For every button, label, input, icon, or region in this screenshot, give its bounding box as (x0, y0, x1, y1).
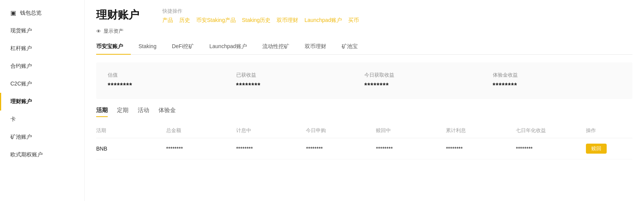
main-tabs: 币安宝账户 Staking DeFi挖矿 Launchpad账户 流动性挖矿 双… (96, 39, 632, 55)
eye-icon: 👁 (96, 28, 101, 34)
page-header: 理财账户 快捷操作 产品 历史 币安Staking产品 Staking历史 双币… (96, 8, 632, 35)
header-top: 理财账户 快捷操作 产品 历史 币安Staking产品 Staking历史 双币… (96, 8, 359, 24)
row-bnb-redeeming: ******** (376, 146, 446, 152)
stat-experience-bonus-value: ******** (493, 82, 621, 90)
quick-action-buy-coin[interactable]: 买币 (348, 17, 359, 24)
sidebar-item-leverage-account[interactable]: 杠杆账户 (0, 40, 84, 57)
quick-action-launchpad-account[interactable]: Launchpad账户 (304, 17, 342, 24)
sidebar-item-label: C2C账户 (10, 80, 32, 87)
tab-dual-currency[interactable]: 双币理财 (297, 39, 334, 55)
sidebar-item-label: 现货账户 (10, 27, 32, 34)
sidebar-item-contract-account[interactable]: 合约账户 (0, 57, 84, 75)
show-assets-label: 显示资产 (103, 28, 123, 35)
sidebar-item-label: 欧式期权账户 (10, 151, 43, 158)
stat-valuation: 估值 ******** (108, 72, 236, 90)
sidebar-item-label: 合约账户 (10, 63, 32, 70)
quick-action-binance-staking[interactable]: 币安Staking产品 (196, 17, 236, 24)
tab-binance-savings[interactable]: 币安宝账户 (96, 39, 131, 55)
sidebar-item-financial-account[interactable]: 理财账户 (0, 93, 84, 111)
quick-action-history[interactable]: 历史 (179, 17, 190, 24)
row-bnb-7day: ******** (516, 146, 586, 152)
page-title: 理财账户 (96, 8, 139, 22)
sidebar-item-label: 理财账户 (10, 98, 32, 105)
header-left: 理财账户 快捷操作 产品 历史 币安Staking产品 Staking历史 双币… (96, 8, 359, 35)
stat-valuation-value: ******** (108, 82, 236, 90)
row-bnb-today: ******** (306, 146, 376, 152)
quick-action-staking-history[interactable]: Staking历史 (242, 17, 271, 24)
stat-valuation-label: 估值 (108, 72, 236, 79)
quick-actions: 快捷操作 产品 历史 币安Staking产品 Staking历史 双币理财 La… (162, 8, 359, 24)
stats-section: 估值 ******** 已获收益 ******** 今日获取收益 *******… (96, 62, 632, 99)
quick-actions-label: 快捷操作 (162, 8, 359, 15)
sidebar-item-options-account[interactable]: 欧式期权账户 (0, 146, 84, 164)
col-header-name: 活期 (96, 127, 166, 134)
stat-today-earned: 今日获取收益 ******** (364, 72, 493, 90)
quick-action-links: 产品 历史 币安Staking产品 Staking历史 双币理财 Launchp… (162, 17, 359, 24)
col-header-today: 今日申购 (306, 127, 376, 134)
show-assets-toggle[interactable]: 👁 显示资产 (96, 28, 359, 35)
table-header: 活期 总金额 计息中 今日申购 赎回中 累计利息 七日年化收益 操作 (96, 123, 632, 138)
row-bnb-name: BNB (96, 146, 166, 152)
sidebar-item-label: 杠杆账户 (10, 45, 32, 52)
quick-action-dual-currency[interactable]: 双币理财 (277, 17, 298, 24)
row-bnb-accruing: ******** (236, 146, 306, 152)
sidebar-item-wallet-overview[interactable]: ▣ 钱包总览 (0, 4, 84, 22)
sub-tabs: 活期 定期 活动 体验金 (96, 107, 632, 117)
stat-earned-label: 已获收益 (236, 72, 365, 79)
sidebar-item-mining-pool-account[interactable]: 矿池账户 (0, 128, 84, 146)
stat-today-earned-value: ******** (364, 82, 493, 90)
col-header-action: 操作 (586, 127, 632, 134)
tab-defi-mining[interactable]: DeFi挖矿 (164, 39, 202, 55)
quick-action-product[interactable]: 产品 (162, 17, 173, 24)
sidebar-item-label: 钱包总览 (20, 10, 42, 17)
flexible-table: 活期 总金额 计息中 今日申购 赎回中 累计利息 七日年化收益 操作 BNB *… (96, 123, 632, 159)
table-row: BNB ******** ******** ******** ******** … (96, 138, 632, 159)
stat-earned: 已获收益 ******** (236, 72, 365, 90)
col-header-7day: 七日年化收益 (516, 127, 586, 134)
row-bnb-action: 赎回 (586, 144, 632, 154)
col-header-redeeming: 赎回中 (376, 127, 446, 134)
tab-launchpad[interactable]: Launchpad账户 (202, 39, 254, 55)
sub-tab-activity[interactable]: 活动 (138, 107, 149, 117)
stat-earned-value: ******** (236, 82, 365, 90)
wallet-overview-icon: ▣ (10, 9, 16, 17)
col-header-accumulated: 累计利息 (446, 127, 516, 134)
redeem-button[interactable]: 赎回 (586, 144, 607, 154)
stat-experience-bonus: 体验金收益 ******** (493, 72, 621, 90)
sidebar-item-card[interactable]: 卡 (0, 111, 84, 128)
sub-tab-experience-fund[interactable]: 体验金 (158, 107, 176, 117)
main-content: 理财账户 快捷操作 产品 历史 币安Staking产品 Staking历史 双币… (85, 0, 644, 201)
sidebar-item-label: 卡 (10, 116, 16, 123)
col-header-accruing: 计息中 (236, 127, 306, 134)
sidebar-item-label: 矿池账户 (10, 134, 32, 141)
tab-liquidity-mining[interactable]: 流动性挖矿 (255, 39, 297, 55)
sub-tab-fixed[interactable]: 定期 (117, 107, 128, 117)
stat-today-earned-label: 今日获取收益 (364, 72, 493, 79)
col-header-total: 总金额 (166, 127, 236, 134)
tab-mining-pool[interactable]: 矿池宝 (334, 39, 365, 55)
sidebar-item-c2c-account[interactable]: C2C账户 (0, 75, 84, 93)
tab-staking[interactable]: Staking (131, 39, 164, 55)
sub-tab-flexible[interactable]: 活期 (96, 107, 108, 117)
sidebar-item-spot-account[interactable]: 现货账户 (0, 22, 84, 40)
row-bnb-total: ******** (166, 146, 236, 152)
sidebar: ▣ 钱包总览 现货账户 杠杆账户 合约账户 C2C账户 理财账户 卡 矿池账户 … (0, 0, 85, 201)
row-bnb-accumulated: ******** (446, 146, 516, 152)
stat-experience-bonus-label: 体验金收益 (493, 72, 621, 79)
